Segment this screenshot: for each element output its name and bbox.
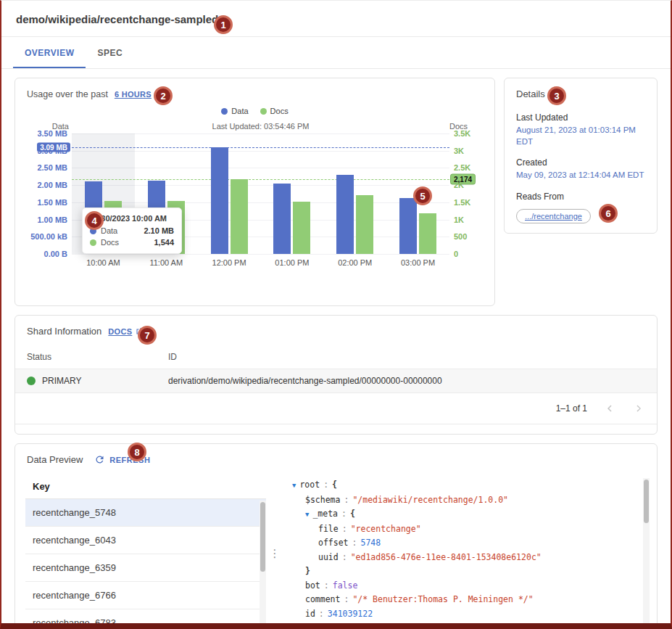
y-tick: 500.00 kB bbox=[30, 232, 67, 241]
bar-data[interactable] bbox=[273, 184, 291, 254]
annotation-badge-1: 1 bbox=[214, 15, 233, 34]
json-scrollbar bbox=[643, 478, 650, 629]
shard-card: Shard Information DOCS Status ID PRIMARY… bbox=[14, 315, 658, 435]
left-y-axis: 3.50 MB3.00 MB2.50 MB2.00 MB1.50 MB1.00 … bbox=[27, 133, 72, 254]
json-value: "recentchange" bbox=[351, 524, 421, 534]
page-header: demo/wikipedia/recentchange-sampled bbox=[1, 1, 671, 36]
chevron-left-icon[interactable] bbox=[603, 402, 616, 415]
json-tree: ▼root:{$schema:"/mediawiki/recentchange/… bbox=[286, 478, 638, 629]
bar-docs[interactable] bbox=[419, 213, 436, 254]
reads-from-label: Reads From bbox=[516, 192, 645, 202]
legend-item-docs[interactable]: Docs bbox=[260, 107, 289, 115]
json-value: 341039122 bbox=[328, 609, 373, 619]
json-row: $schema:"/mediawiki/recentchange/1.0.0" bbox=[286, 493, 638, 508]
json-key: length bbox=[312, 622, 343, 629]
x-axis-label: 10:00 AM bbox=[72, 258, 135, 267]
json-value: false bbox=[333, 580, 358, 591]
tooltip-row-data: Data 2.10 MB bbox=[90, 226, 174, 235]
gridline bbox=[72, 254, 449, 255]
json-row: bot:false bbox=[286, 579, 638, 593]
y-tick: 2.00 MB bbox=[37, 181, 67, 189]
preview-title: Data Preview bbox=[27, 454, 83, 465]
bar-docs[interactable] bbox=[293, 202, 310, 254]
x-axis-label: 02:00 PM bbox=[323, 258, 386, 267]
y-tick: 0.00 B bbox=[44, 250, 67, 258]
chevron-right-icon[interactable] bbox=[632, 402, 645, 415]
collapse-arrow-icon[interactable]: ▼ bbox=[305, 622, 309, 629]
key-list-scrollbar bbox=[260, 501, 266, 629]
y-tick: 1.50 MB bbox=[37, 198, 67, 207]
max-marker-label-docs: 2,174 bbox=[450, 173, 476, 184]
legend-label: Docs bbox=[270, 107, 289, 115]
details-card: Details Last Updated August 21, 2023 at … bbox=[504, 78, 658, 234]
status-dot-icon bbox=[27, 377, 36, 385]
json-key: _meta bbox=[312, 509, 338, 519]
json-colon: : bbox=[342, 524, 347, 534]
y-tick: 1K bbox=[454, 215, 464, 224]
range-selector-link[interactable]: 6 HOURS bbox=[115, 90, 152, 99]
json-key: bot bbox=[305, 580, 320, 591]
key-list: recentchange_5748recentchange_6043recent… bbox=[25, 499, 266, 629]
x-axis: 10:00 AM11:00 AM12:00 PM01:00 PM02:00 PM… bbox=[72, 254, 449, 267]
bar-data[interactable] bbox=[211, 147, 228, 254]
legend-item-data[interactable]: Data bbox=[221, 107, 248, 115]
json-brace: } bbox=[305, 566, 310, 576]
shard-id: derivation/demo/wikipedia/recentchange-s… bbox=[168, 376, 645, 386]
annotation-badge-2: 2 bbox=[154, 86, 173, 105]
scrollbar-thumb[interactable] bbox=[260, 502, 265, 572]
key-list-item[interactable]: recentchange_6043 bbox=[25, 527, 266, 554]
key-list-item[interactable]: recentchange_5748 bbox=[25, 499, 266, 527]
bar-data[interactable] bbox=[399, 198, 417, 254]
json-key: $schema bbox=[305, 495, 340, 505]
data-preview-card: Data Preview REFRESH Key recentchange_57… bbox=[14, 443, 658, 629]
main-content: Usage over the past 6 HOURS Data Docs bbox=[1, 69, 671, 629]
json-key: file bbox=[318, 524, 339, 534]
page-title: demo/wikipedia/recentchange-sampled bbox=[16, 13, 218, 25]
last-updated-label: Last Updated bbox=[516, 112, 645, 123]
json-key: id bbox=[305, 609, 315, 619]
tooltip-value: 1,544 bbox=[154, 238, 174, 247]
json-row: offset:5748 bbox=[286, 536, 638, 551]
tab-overview[interactable]: OVERVIEW bbox=[13, 37, 86, 68]
json-colon: : bbox=[344, 495, 349, 505]
json-colon: : bbox=[352, 538, 357, 548]
key-list-item[interactable]: recentchange_6359 bbox=[25, 554, 266, 582]
chart-plot-area: 08/30/2023 10:00 AM Data 2.10 MB Docs 1,… bbox=[72, 133, 449, 254]
json-key: offset bbox=[318, 538, 349, 548]
json-colon: : bbox=[324, 580, 329, 591]
right-y-axis: 3.5K3K2.5K2K1.5K1K50002,174 bbox=[449, 133, 483, 254]
legend-dot-docs bbox=[260, 108, 267, 115]
shard-table: Status ID PRIMARY derivation/demo/wikipe… bbox=[15, 346, 657, 393]
tooltip-label: Data bbox=[101, 226, 117, 235]
page: demo/wikipedia/recentchange-sampled OVER… bbox=[0, 0, 672, 629]
key-list-item[interactable]: recentchange_6766 bbox=[25, 582, 266, 609]
json-brace: { bbox=[350, 509, 355, 519]
legend-label: Data bbox=[231, 107, 248, 115]
collapse-arrow-icon[interactable]: ▼ bbox=[292, 479, 296, 493]
json-row: ▼root:{ bbox=[286, 478, 638, 493]
annotation-badge-7: 7 bbox=[138, 326, 157, 345]
json-brace: { bbox=[332, 480, 337, 490]
pagination-range: 1–1 of 1 bbox=[556, 403, 587, 414]
json-colon: : bbox=[344, 594, 349, 604]
bar-data[interactable] bbox=[336, 175, 354, 254]
scrollbar-thumb[interactable] bbox=[644, 480, 649, 523]
bar-docs[interactable] bbox=[356, 195, 373, 254]
bar-docs[interactable] bbox=[231, 179, 248, 254]
y-tick: 1.00 MB bbox=[37, 215, 67, 224]
tooltip-label: Docs bbox=[101, 238, 119, 247]
json-row: id:341039122 bbox=[286, 607, 638, 622]
column-header-status: Status bbox=[27, 352, 168, 362]
tab-spec[interactable]: SPEC bbox=[86, 37, 134, 68]
x-axis-label: 03:00 PM bbox=[386, 258, 449, 267]
y-tick: 1.5K bbox=[454, 198, 470, 207]
bar-group bbox=[198, 133, 261, 254]
reads-from-link[interactable]: .../recentchange bbox=[516, 209, 591, 223]
json-viewer-panel: ▼root:{$schema:"/mediawiki/recentchange/… bbox=[283, 474, 650, 629]
json-row: file:"recentchange" bbox=[286, 522, 638, 537]
tooltip-row-docs: Docs 1,544 bbox=[90, 238, 174, 247]
json-colon: : bbox=[319, 609, 324, 619]
collapse-arrow-icon[interactable]: ▼ bbox=[305, 508, 309, 522]
key-list-item[interactable]: recentchange_6783 bbox=[25, 609, 266, 629]
panel-resize-handle[interactable]: ⋮ bbox=[266, 474, 283, 629]
